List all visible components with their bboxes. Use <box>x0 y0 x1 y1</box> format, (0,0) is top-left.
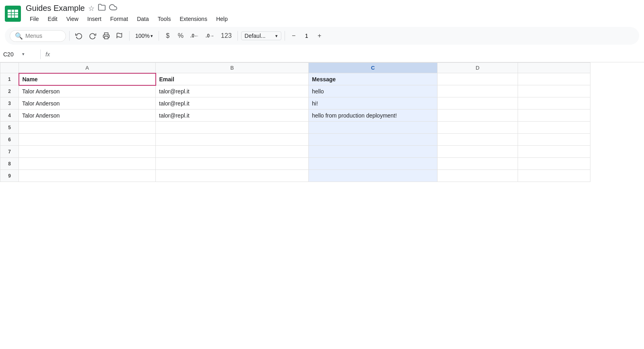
decimal-increase-label: .0→ <box>206 33 215 39</box>
cell-1-e[interactable] <box>518 73 590 85</box>
menu-data[interactable]: Data <box>133 14 153 24</box>
cell-2-c[interactable]: hello <box>309 85 438 97</box>
redo-button[interactable] <box>87 30 99 41</box>
number-format-label: 123 <box>221 32 232 39</box>
cell-1-d[interactable] <box>438 73 518 85</box>
cell-4-d[interactable] <box>438 109 518 122</box>
divider-1 <box>69 31 70 41</box>
col-header-a[interactable]: A <box>19 63 156 73</box>
row-number: 7 <box>0 146 19 158</box>
cell-5-b[interactable] <box>156 122 309 134</box>
cell-8-e[interactable] <box>518 158 590 170</box>
star-icon[interactable]: ☆ <box>88 4 95 13</box>
divider-3 <box>159 31 159 41</box>
table-row: 2Talor Andersontalor@repl.ithello <box>0 85 590 97</box>
cell-7-e[interactable] <box>518 146 590 158</box>
col-header-b[interactable]: B <box>156 63 309 73</box>
cell-6-d[interactable] <box>438 134 518 146</box>
font-size-decrease-button[interactable]: − <box>288 30 299 41</box>
col-header-d[interactable]: D <box>438 63 518 73</box>
search-input[interactable] <box>25 33 58 39</box>
formula-input[interactable] <box>53 51 641 58</box>
col-header-c[interactable]: C <box>309 63 438 73</box>
font-size-increase-button[interactable]: + <box>314 30 325 41</box>
cell-6-c[interactable] <box>309 134 438 146</box>
font-size-input[interactable] <box>300 33 313 39</box>
menu-format[interactable]: Format <box>106 14 132 24</box>
app-logo <box>5 6 21 22</box>
cell-6-e[interactable] <box>518 134 590 146</box>
number-format-button[interactable]: 123 <box>219 30 234 41</box>
cell-3-b[interactable]: talor@repl.it <box>156 97 309 109</box>
cell-5-d[interactable] <box>438 122 518 134</box>
cell-5-a[interactable] <box>19 122 156 134</box>
decimal-decrease-button[interactable]: .0← <box>188 30 202 41</box>
cell-8-a[interactable] <box>19 158 156 170</box>
menu-search[interactable]: 🔍 <box>10 30 66 42</box>
menu-tools[interactable]: Tools <box>154 14 175 24</box>
cell-9-e[interactable] <box>518 170 590 182</box>
cell-4-e[interactable] <box>518 109 590 122</box>
title-menu-block: Guides Example ☆ File Edit View Insert F… <box>26 3 232 24</box>
cell-7-d[interactable] <box>438 146 518 158</box>
folder-icon[interactable] <box>98 3 106 13</box>
cell-4-a[interactable]: Talor Anderson <box>19 109 156 122</box>
cell-4-c[interactable]: hello from production deployment! <box>309 109 438 122</box>
cell-8-d[interactable] <box>438 158 518 170</box>
formula-bar: C20 ▾ fx <box>0 46 644 62</box>
cell-4-b[interactable]: talor@repl.it <box>156 109 309 122</box>
cell-9-d[interactable] <box>438 170 518 182</box>
cell-2-d[interactable] <box>438 85 518 97</box>
row-number: 4 <box>0 109 19 122</box>
cell-7-b[interactable] <box>156 146 309 158</box>
cell-ref-dropdown-icon[interactable]: ▾ <box>22 52 25 57</box>
cell-3-e[interactable] <box>518 97 590 109</box>
cell-7-c[interactable] <box>309 146 438 158</box>
table-row: 7 <box>0 146 590 158</box>
paint-format-button[interactable] <box>114 30 126 41</box>
cell-2-e[interactable] <box>518 85 590 97</box>
corner-cell <box>0 63 19 73</box>
cell-1-c[interactable]: Message <box>309 73 438 85</box>
currency-button[interactable]: $ <box>162 30 173 41</box>
table-row: 6 <box>0 134 590 146</box>
menu-extensions[interactable]: Extensions <box>175 14 211 24</box>
cell-3-d[interactable] <box>438 97 518 109</box>
undo-button[interactable] <box>73 30 85 41</box>
cell-8-b[interactable] <box>156 158 309 170</box>
cell-2-a[interactable]: Talor Anderson <box>19 85 156 97</box>
col-header-e[interactable] <box>518 63 590 73</box>
row-number: 1 <box>0 73 19 85</box>
cell-6-a[interactable] <box>19 134 156 146</box>
cell-6-b[interactable] <box>156 134 309 146</box>
cloud-icon[interactable] <box>109 3 117 13</box>
cell-1-b[interactable]: Email <box>156 73 309 85</box>
menu-help[interactable]: Help <box>212 14 232 24</box>
decimal-increase-button[interactable]: .0→ <box>203 30 217 41</box>
divider-4 <box>237 31 238 41</box>
cell-9-b[interactable] <box>156 170 309 182</box>
menu-edit[interactable]: Edit <box>44 14 62 24</box>
menu-insert[interactable]: Insert <box>83 14 105 24</box>
table-row: 9 <box>0 170 590 182</box>
cell-3-a[interactable]: Talor Anderson <box>19 97 156 109</box>
cell-9-c[interactable] <box>309 170 438 182</box>
menu-file[interactable]: File <box>26 14 43 24</box>
cell-8-c[interactable] <box>309 158 438 170</box>
divider-5 <box>285 31 285 41</box>
cell-7-a[interactable] <box>19 146 156 158</box>
font-family-label: Defaul... <box>245 33 266 39</box>
zoom-selector[interactable]: 100% ▾ <box>133 32 155 40</box>
cell-1-a[interactable]: Name <box>19 73 156 85</box>
cell-5-e[interactable] <box>518 122 590 134</box>
cell-2-b[interactable]: talor@repl.it <box>156 85 309 97</box>
print-button[interactable] <box>100 30 112 41</box>
cell-5-c[interactable] <box>309 122 438 134</box>
menu-view[interactable]: View <box>62 14 83 24</box>
zoom-value: 100% <box>135 33 150 39</box>
font-family-selector[interactable]: Defaul... ▾ <box>241 31 281 40</box>
cell-3-c[interactable]: hi! <box>309 97 438 109</box>
cell-9-a[interactable] <box>19 170 156 182</box>
top-bar: Guides Example ☆ File Edit View Insert F… <box>0 0 644 25</box>
percent-button[interactable]: % <box>175 30 186 41</box>
